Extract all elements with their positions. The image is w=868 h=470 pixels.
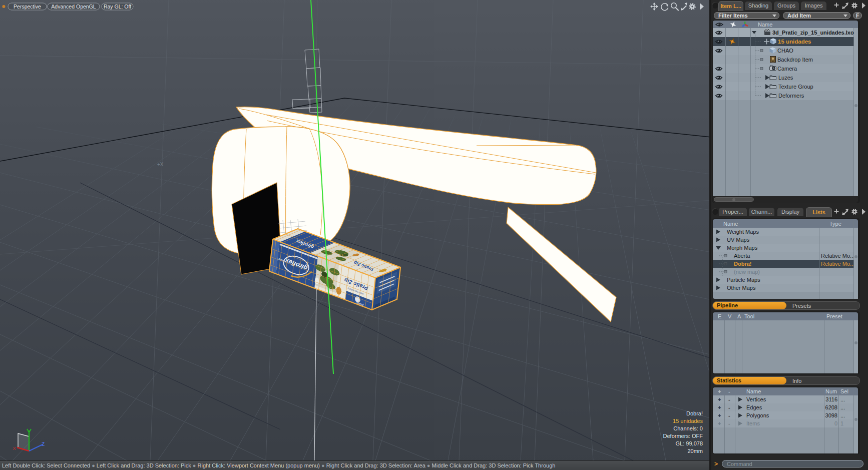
- svg-text:+X: +X: [157, 162, 164, 167]
- svg-text:X: X: [13, 446, 16, 451]
- svg-text:Channels: 0: Channels: 0: [673, 425, 703, 431]
- svg-text:Deformers: OFF: Deformers: OFF: [663, 433, 703, 439]
- svg-text:Advanced OpenGL: Advanced OpenGL: [51, 4, 96, 10]
- svg-text:15 unidades: 15 unidades: [673, 418, 703, 424]
- svg-text:20mm: 20mm: [687, 448, 703, 454]
- svg-text:Dobra!: Dobra!: [686, 410, 703, 416]
- svg-text:Perspective: Perspective: [14, 4, 41, 10]
- svg-text:Ray GL: Off: Ray GL: Off: [104, 4, 131, 10]
- svg-text:Z: Z: [42, 441, 45, 447]
- svg-text:GL: 99,078: GL: 99,078: [676, 440, 703, 446]
